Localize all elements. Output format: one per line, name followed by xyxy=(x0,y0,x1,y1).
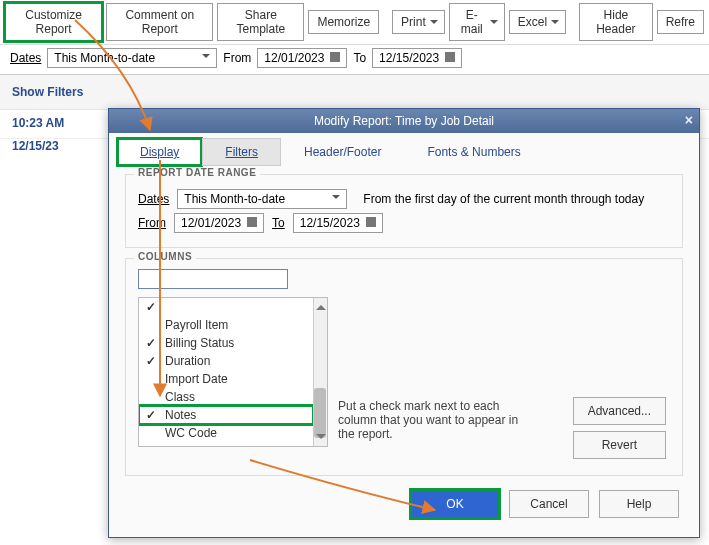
close-icon[interactable]: × xyxy=(685,112,693,128)
show-filters-link[interactable]: Show Filters xyxy=(0,75,709,110)
columns-section: COLUMNS ✓ Payroll Item ✓Billing Status ✓… xyxy=(125,258,683,476)
list-item[interactable]: Payroll Item xyxy=(139,316,313,334)
list-item-label: Billing Status xyxy=(165,336,234,350)
list-item[interactable]: ✓ xyxy=(139,298,313,316)
calendar-icon[interactable] xyxy=(247,216,257,230)
modal-to-date-value: 12/15/2023 xyxy=(300,216,360,230)
memorize-button[interactable]: Memorize xyxy=(308,10,379,34)
hide-header-button[interactable]: Hide Header xyxy=(579,3,653,41)
columns-hint: Put a check mark next to each column tha… xyxy=(338,399,538,441)
refresh-button[interactable]: Refre xyxy=(657,10,704,34)
customize-report-button[interactable]: Customize Report xyxy=(5,3,102,41)
report-toolbar: Customize Report Comment on Report Share… xyxy=(0,0,709,45)
column-search-input[interactable] xyxy=(138,269,288,289)
calendar-icon[interactable] xyxy=(366,216,376,230)
comment-button[interactable]: Comment on Report xyxy=(106,3,213,41)
list-item-label: Duration xyxy=(165,354,210,368)
to-date-input[interactable]: 12/15/2023 xyxy=(372,48,462,68)
scroll-up-icon[interactable] xyxy=(316,300,326,310)
modal-from-date-input[interactable]: 12/01/2023 xyxy=(174,213,264,233)
tab-header-footer[interactable]: Header/Footer xyxy=(281,138,404,166)
check-icon: ✓ xyxy=(145,354,157,368)
tab-display[interactable]: Display xyxy=(117,138,202,166)
list-item-label: Import Date xyxy=(165,372,228,386)
list-item[interactable]: ✓Duration xyxy=(139,352,313,370)
list-item-label: Notes xyxy=(165,408,196,422)
modal-to-label: To xyxy=(272,216,285,230)
to-label: To xyxy=(353,51,366,65)
cancel-button[interactable]: Cancel xyxy=(509,490,589,518)
date-range-hint: From the first day of the current month … xyxy=(363,192,644,206)
modify-report-dialog: Modify Report: Time by Job Detail × Disp… xyxy=(108,108,700,538)
calendar-icon[interactable] xyxy=(445,51,455,65)
modal-dates-label: Dates xyxy=(138,192,169,206)
scrollbar[interactable] xyxy=(313,298,327,446)
from-date-input[interactable]: 12/01/2023 xyxy=(257,48,347,68)
scroll-down-icon[interactable] xyxy=(316,434,326,444)
revert-button[interactable]: Revert xyxy=(573,431,666,459)
chevron-down-icon xyxy=(196,51,210,65)
dates-label: Dates xyxy=(10,51,41,65)
list-item[interactable]: WC Code xyxy=(139,424,313,442)
report-date-range-section: REPORT DATE RANGE Dates This Month-to-da… xyxy=(125,174,683,248)
print-button[interactable]: Print xyxy=(392,10,445,34)
tab-fonts-numbers[interactable]: Fonts & Numbers xyxy=(404,138,543,166)
report-time: 10:23 AM xyxy=(12,116,64,132)
date-row: Dates This Month-to-date From 12/01/2023… xyxy=(0,45,709,75)
to-date-value: 12/15/2023 xyxy=(379,51,439,65)
date-preset-value: This Month-to-date xyxy=(54,51,155,65)
advanced-button[interactable]: Advanced... xyxy=(573,397,666,425)
modal-from-date-value: 12/01/2023 xyxy=(181,216,241,230)
check-icon: ✓ xyxy=(145,336,157,350)
list-item[interactable]: Import Date xyxy=(139,370,313,388)
list-item-label: Payroll Item xyxy=(165,318,228,332)
share-template-button[interactable]: Share Template xyxy=(217,3,304,41)
check-icon: ✓ xyxy=(145,408,157,422)
tab-display-label: Display xyxy=(140,145,179,159)
calendar-icon[interactable] xyxy=(330,51,340,65)
from-date-value: 12/01/2023 xyxy=(264,51,324,65)
dialog-title: Modify Report: Time by Job Detail xyxy=(314,114,494,128)
dialog-titlebar: Modify Report: Time by Job Detail × xyxy=(109,109,699,133)
excel-button[interactable]: Excel xyxy=(509,10,566,34)
date-preset-select[interactable]: This Month-to-date xyxy=(47,48,217,68)
list-item-label: Class xyxy=(165,390,195,404)
ok-button[interactable]: OK xyxy=(411,490,499,518)
dialog-tabs: Display Filters Header/Footer Fonts & Nu… xyxy=(117,138,691,166)
chevron-down-icon xyxy=(326,192,340,206)
dialog-footer: OK Cancel Help xyxy=(125,486,683,522)
tab-filters-label: Filters xyxy=(225,145,258,159)
section-title: REPORT DATE RANGE xyxy=(134,167,260,178)
modal-from-label: From xyxy=(138,216,166,230)
modal-date-preset-select[interactable]: This Month-to-date xyxy=(177,189,347,209)
tab-filters[interactable]: Filters xyxy=(202,138,281,166)
modal-to-date-input[interactable]: 12/15/2023 xyxy=(293,213,383,233)
modal-date-preset-value: This Month-to-date xyxy=(184,192,285,206)
email-button[interactable]: E-mail xyxy=(449,3,505,41)
list-item-label: WC Code xyxy=(165,426,217,440)
section-title: COLUMNS xyxy=(134,251,196,262)
list-item[interactable]: ✓Billing Status xyxy=(139,334,313,352)
scroll-thumb[interactable] xyxy=(314,388,326,438)
check-icon: ✓ xyxy=(145,300,157,314)
help-button[interactable]: Help xyxy=(599,490,679,518)
list-item[interactable]: Class xyxy=(139,388,313,406)
from-label: From xyxy=(223,51,251,65)
list-item-notes[interactable]: ✓Notes xyxy=(139,406,313,424)
columns-listbox[interactable]: ✓ Payroll Item ✓Billing Status ✓Duration… xyxy=(138,297,328,447)
